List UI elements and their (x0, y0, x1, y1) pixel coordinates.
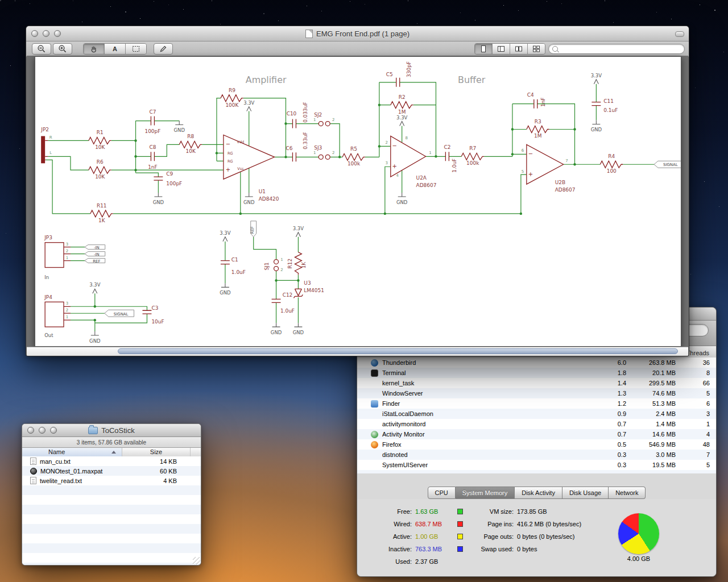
finder-window[interactable]: ToCoStick 3 items, 57.86 GB available Na… (22, 423, 201, 566)
search-field[interactable] (548, 44, 685, 54)
threads-column-header[interactable]: Threads (686, 350, 709, 356)
search-input[interactable] (560, 45, 681, 53)
schematic-label: 2 (332, 151, 334, 155)
resize-grip[interactable] (193, 557, 200, 564)
minimize-button[interactable] (43, 30, 49, 37)
hand-icon (89, 44, 98, 53)
schematic-label: 1 (280, 257, 283, 262)
process-row[interactable] (357, 470, 716, 473)
schematic-label: 1 (66, 315, 68, 319)
pdf-page[interactable]: AmplifierBufferJP2RLR110KR610KC7100pFGND… (35, 56, 681, 347)
process-cpu: 0.7 (592, 421, 626, 427)
pdf-content-area: AmplifierBufferJP2RLR110KR610KC7100pFGND… (27, 56, 688, 347)
tab-network[interactable]: Network (609, 487, 646, 499)
memory-stat-label: Free: (374, 508, 412, 515)
memory-pie-chart (618, 513, 659, 554)
schematic-label: 1.0uF (280, 308, 295, 314)
two-pages-view-button[interactable] (510, 44, 528, 54)
vm-stat-label: Page ins: (460, 521, 514, 527)
minimize-button[interactable] (39, 427, 46, 434)
process-threads: 5 (681, 390, 710, 397)
process-row[interactable]: Finder1.251.3 MB6 (357, 398, 716, 409)
schematic-label: 7 (565, 159, 568, 163)
schematic-label: 3.3V (396, 115, 407, 120)
size-column-header[interactable]: Size (122, 448, 191, 457)
process-cpu: 0.3 (592, 451, 626, 458)
move-tool-button[interactable] (84, 44, 105, 54)
horizontal-scrollbar[interactable] (27, 347, 688, 356)
tab-system-memory[interactable]: System Memory (456, 487, 515, 499)
process-row[interactable]: WindowServer1.374.6 MB5 (357, 388, 716, 398)
tab-disk-activity[interactable]: Disk Activity (515, 487, 562, 499)
close-button[interactable] (31, 30, 38, 37)
select-tool-button[interactable] (126, 44, 146, 54)
process-row[interactable]: kernel_task1.4299.5 MB66 (357, 378, 716, 388)
process-cpu: 0.5 (592, 441, 626, 448)
file-row[interactable]: man_cu.txt14 KB (22, 456, 201, 466)
schematic-label: R (49, 135, 52, 140)
process-name: iStatLocalDaemon (382, 410, 433, 417)
schematic-label: 100k (348, 161, 361, 167)
process-cpu: 1.2 (592, 400, 626, 407)
file-row[interactable]: MONOtest_01.maxpat60 KB (22, 466, 201, 476)
vm-stat-label: Swap used: (460, 546, 514, 552)
sidebar-view-button[interactable] (493, 44, 510, 54)
process-row[interactable]: distnoted0.33.0 MB7 (357, 450, 716, 460)
file-size: 14 KB (160, 458, 177, 465)
preview-titlebar[interactable]: EMG Front End.pdf (1 page) (26, 26, 689, 41)
schematic-label: 3.3V (220, 230, 230, 236)
scrollbar-thumb[interactable] (118, 348, 678, 354)
preview-window[interactable]: EMG Front End.pdf (1 page) (26, 26, 689, 356)
vm-stat-row: Page ins:416.2 MB (0 bytes/sec) (460, 518, 581, 530)
file-icon (30, 458, 36, 465)
vm-stat-label: VM size: (460, 508, 514, 515)
memory-stat-row: Wired:638.7 MB (374, 518, 463, 530)
file-size: 60 KB (160, 468, 177, 475)
memory-stat-value: 1.00 GB (415, 533, 453, 540)
annotate-button[interactable] (154, 43, 173, 55)
process-cpu: 1.4 (592, 380, 626, 386)
desktop[interactable]: Threads Thunderbird6.0263.8 MB36Terminal… (0, 0, 728, 582)
process-table: Thunderbird6.0263.8 MB36Terminal1.820.1 … (357, 357, 716, 473)
process-row[interactable]: Activity Monitor0.714.6 MB4 (357, 429, 716, 439)
schematic-label: − (226, 141, 230, 147)
zoom-in-button[interactable] (53, 43, 72, 55)
text-tool-button[interactable]: A (105, 44, 126, 54)
schematic-label: 100pF (144, 128, 160, 134)
schematic-label: 100k (466, 160, 479, 166)
process-row[interactable]: Terminal1.820.1 MB8 (357, 368, 716, 378)
schematic-label: 1 (429, 151, 431, 155)
activity-monitor-icon (371, 431, 378, 438)
zoom-out-button[interactable] (32, 43, 51, 55)
schematic-label: R3 (535, 119, 541, 124)
process-threads: 6 (681, 400, 710, 407)
schematic-label: 3 (66, 301, 68, 306)
contact-sheet-view-button[interactable] (528, 44, 545, 54)
schematic-label: GND (293, 330, 304, 335)
single-page-view-button[interactable] (475, 44, 493, 54)
file-row[interactable]: twelite_read.txt4 KB (22, 476, 201, 485)
schematic-label: 10K (95, 144, 105, 150)
process-row[interactable]: activitymonitord0.71.4 MB1 (357, 419, 716, 429)
tab-disk-usage[interactable]: Disk Usage (562, 487, 609, 499)
schematic-label: 8 (405, 136, 407, 140)
name-column-header[interactable]: Name (22, 448, 122, 457)
process-row[interactable]: iStatLocalDaemon0.92.4 MB3 (357, 409, 716, 419)
schematic-label: C4 (527, 92, 534, 98)
process-row[interactable]: SystemUIServer0.319.5 MB5 (357, 460, 716, 470)
process-row[interactable]: Thunderbird6.0263.8 MB36 (357, 357, 716, 368)
tab-cpu[interactable]: CPU (428, 487, 456, 499)
finder-titlebar[interactable]: ToCoStick (22, 424, 201, 437)
schematic-label: U3 (304, 280, 311, 286)
zoom-button[interactable] (50, 427, 57, 434)
zoom-button[interactable] (54, 30, 61, 37)
search-icon (552, 46, 558, 52)
sidebar-view-icon (497, 44, 506, 53)
process-row[interactable]: Firefox0.5546.9 MB48 (357, 439, 716, 450)
schematic-label: C1 (231, 257, 238, 263)
schematic-label: L (49, 151, 52, 155)
process-mem: 20.1 MB (630, 369, 676, 376)
toolbar-pill-button[interactable] (675, 31, 684, 37)
close-button[interactable] (27, 427, 34, 434)
schematic-label: JP3 (44, 235, 52, 240)
